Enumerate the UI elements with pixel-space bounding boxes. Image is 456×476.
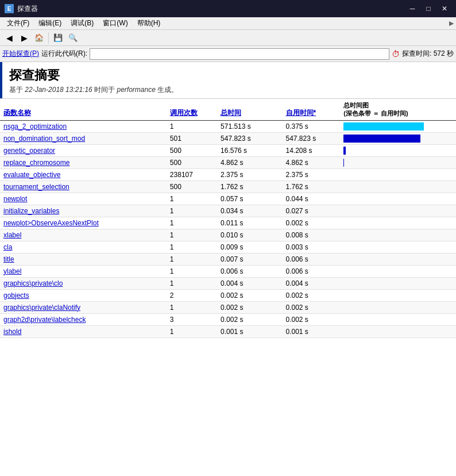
- fname-link[interactable]: graphics\private\claNotify: [3, 304, 80, 312]
- calls-cell: 1: [167, 241, 217, 253]
- title-bar: E 探查器 ─ □ ✕: [0, 0, 456, 17]
- fname-link[interactable]: cla: [3, 243, 12, 251]
- fname-link[interactable]: ylabel: [3, 267, 21, 275]
- self-time-cell: 0.027 s: [283, 205, 341, 217]
- forward-button[interactable]: ▶: [17, 31, 31, 45]
- total-time-cell: 0.034 s: [217, 205, 282, 217]
- toolbar: ◀ ▶ 🏠 💾 🔍: [0, 30, 456, 46]
- maximize-button[interactable]: □: [422, 3, 435, 14]
- calls-cell: 1: [167, 277, 217, 289]
- profile-table-container[interactable]: 函数名称 调用次数 总时间 自用时间* 总时间图 (深色条带 ＝ 自用: [0, 98, 456, 476]
- calls-cell: 501: [167, 132, 217, 144]
- chart-cell: [340, 277, 456, 289]
- profile-table-body: nsga_2_optimization1571.513 s0.375 snon_…: [0, 120, 456, 337]
- table-row: replace_chromosome5004.862 s4.862 s: [0, 156, 456, 168]
- table-row: graphics\private\claNotify10.002 s0.002 …: [0, 301, 456, 313]
- main-content: 探查摘要 基于 22-Jan-2018 13:21:16 时间于 perform…: [0, 62, 456, 476]
- self-time-cell: 4.862 s: [283, 156, 341, 168]
- calls-cell: 238107: [167, 168, 217, 181]
- menu-edit[interactable]: 编辑(E): [34, 17, 66, 29]
- header-chart-title: 总时间图: [343, 102, 369, 109]
- start-profiling-label[interactable]: 开始探查(P): [2, 49, 39, 59]
- calls-cell: 1: [167, 265, 217, 277]
- save-button[interactable]: 💾: [51, 31, 65, 45]
- subtitle-file: performance: [117, 86, 155, 94]
- total-time-cell: 0.002 s: [217, 289, 282, 301]
- page-title: 探查摘要: [9, 67, 449, 84]
- fname-link[interactable]: nsga_2_optimization: [3, 122, 67, 130]
- total-time-cell: 0.002 s: [217, 313, 282, 325]
- chart-cell: [340, 325, 456, 337]
- fname-link[interactable]: title: [3, 255, 14, 263]
- clock-icon: ⏱: [392, 49, 400, 59]
- menu-help[interactable]: 帮助(H): [133, 17, 165, 29]
- header-total-link[interactable]: 总时间: [221, 109, 241, 117]
- page-subtitle: 基于 22-Jan-2018 13:21:16 时间于 performance …: [9, 85, 449, 95]
- search-button[interactable]: 🔍: [66, 31, 80, 45]
- self-bar: [343, 159, 344, 167]
- self-time-cell: 547.823 s: [283, 132, 341, 144]
- fname-link[interactable]: non_domination_sort_mod: [3, 135, 85, 143]
- menu-file[interactable]: 文件(F): [2, 17, 34, 29]
- table-row: initialize_variables10.034 s0.027 s: [0, 205, 456, 217]
- fname-link[interactable]: gobjects: [3, 291, 29, 300]
- header-calls: 调用次数: [167, 99, 217, 120]
- header-fname-link[interactable]: 函数名称: [3, 109, 31, 117]
- menu-window[interactable]: 窗口(W): [98, 17, 132, 29]
- fname-link[interactable]: evaluate_objective: [3, 171, 60, 179]
- fname-link[interactable]: graphics\private\clo: [3, 279, 63, 287]
- table-row: ishold10.001 s0.001 s: [0, 325, 456, 337]
- table-row: ylabel10.006 s0.006 s: [0, 265, 456, 277]
- calls-cell: 1: [167, 205, 217, 217]
- self-time-cell: 0.044 s: [283, 193, 341, 205]
- calls-cell: 500: [167, 156, 217, 168]
- header-calls-link[interactable]: 调用次数: [170, 109, 198, 117]
- total-time-cell: 0.011 s: [217, 217, 282, 229]
- table-row: evaluate_objective2381072.375 s2.375 s: [0, 168, 456, 181]
- menu-debug[interactable]: 调试(B): [66, 17, 98, 29]
- fname-link[interactable]: genetic_operator: [3, 147, 55, 155]
- table-row: graphics\private\clo10.004 s0.004 s: [0, 277, 456, 289]
- chart-cell: [340, 313, 456, 325]
- self-time-cell: 1.762 s: [283, 181, 341, 193]
- header-total: 总时间: [217, 99, 282, 120]
- fname-link[interactable]: newplot: [3, 195, 27, 203]
- window-title: 探查器: [17, 4, 38, 14]
- subtitle-date: 22-Jan-2018 13:21:16: [25, 86, 92, 94]
- fname-link[interactable]: graph2d\private\labelcheck: [3, 316, 86, 324]
- run-code-input[interactable]: [90, 48, 389, 60]
- fname-link[interactable]: xlabel: [3, 231, 21, 239]
- self-time-cell: 0.003 s: [283, 241, 341, 253]
- subtitle-prefix: 基于: [9, 86, 23, 94]
- fname-link[interactable]: ishold: [3, 328, 21, 336]
- chart-cell: [340, 229, 456, 241]
- fname-link[interactable]: tournament_selection: [3, 183, 69, 191]
- self-bar: [343, 135, 420, 143]
- calls-cell: 1: [167, 253, 217, 265]
- bar-container: [343, 135, 453, 143]
- header-self-link[interactable]: 自用时间*: [286, 109, 316, 117]
- total-time-cell: 0.006 s: [217, 265, 282, 277]
- total-time-cell: 0.007 s: [217, 253, 282, 265]
- chart-cell: [340, 193, 456, 205]
- bar-container: [343, 159, 453, 167]
- table-row: graph2d\private\labelcheck30.002 s0.002 …: [0, 313, 456, 325]
- self-time-cell: 0.375 s: [283, 120, 341, 132]
- subtitle-mid: 时间于: [94, 86, 115, 94]
- chart-cell: [340, 120, 456, 132]
- chart-cell: [340, 241, 456, 253]
- home-button[interactable]: 🏠: [32, 31, 46, 45]
- close-button[interactable]: ✕: [438, 3, 451, 14]
- total-time-cell: 571.513 s: [217, 120, 282, 132]
- calls-cell: 500: [167, 181, 217, 193]
- self-bar: [343, 147, 346, 155]
- address-bar: 开始探查(P) 运行此代码(R): ⏱ 探查时间: 572 秒: [0, 46, 456, 62]
- minimize-button[interactable]: ─: [405, 3, 419, 14]
- total-time-cell: 0.001 s: [217, 325, 282, 337]
- fname-link[interactable]: initialize_variables: [3, 207, 59, 215]
- fname-link[interactable]: newplot>ObserveAxesNextPlot: [3, 219, 99, 227]
- table-row: nsga_2_optimization1571.513 s0.375 s: [0, 120, 456, 132]
- back-button[interactable]: ◀: [2, 31, 16, 45]
- calls-cell: 500: [167, 144, 217, 156]
- fname-link[interactable]: replace_chromosome: [3, 159, 69, 167]
